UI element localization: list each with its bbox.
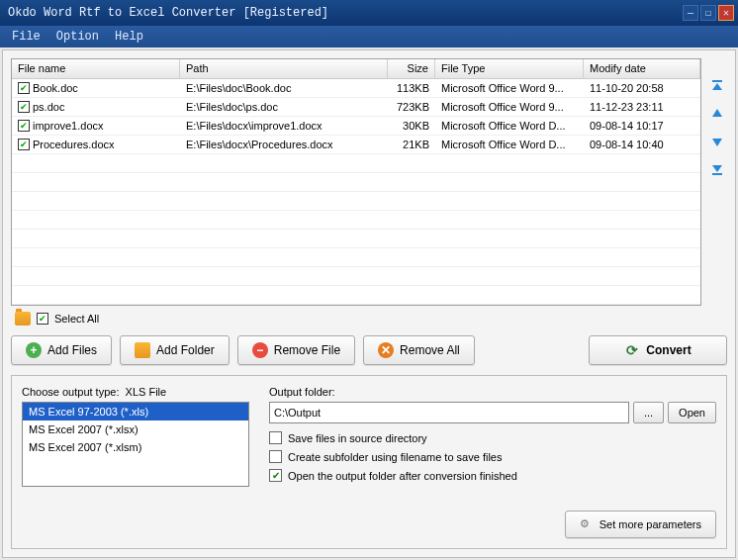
file-type: Microsoft Office Word D... [435, 118, 584, 134]
row-checkbox[interactable]: ✔ [18, 101, 30, 113]
col-header-name[interactable]: File name [12, 59, 180, 78]
reorder-arrows [707, 58, 727, 306]
row-checkbox[interactable]: ✔ [18, 82, 30, 94]
svg-marker-3 [712, 139, 722, 146]
select-all-row: ✔ Select All [11, 306, 727, 331]
file-table: File name Path Size File Type Modify dat… [11, 58, 701, 306]
add-files-button[interactable]: +Add Files [11, 335, 112, 365]
row-checkbox[interactable]: ✔ [18, 120, 30, 132]
file-size: 113KB [388, 80, 435, 96]
table-row[interactable]: ✔improve1.docxE:\Files\docx\improve1.doc… [12, 117, 700, 136]
open-folder-button[interactable]: Open [668, 402, 716, 423]
output-options-panel: Output folder: ... Open Save files in so… [269, 386, 716, 538]
table-row [12, 286, 700, 305]
maximize-button[interactable]: ☐ [700, 5, 716, 21]
file-type: Microsoft Office Word 9... [435, 99, 584, 115]
file-name: ps.doc [33, 101, 64, 113]
move-up-button[interactable] [709, 106, 725, 122]
table-row[interactable]: ✔ps.docE:\Files\doc\ps.doc723KBMicrosoft… [12, 98, 700, 117]
file-size: 21KB [388, 137, 435, 152]
bottom-panel: Choose output type: XLS File MS Excel 97… [11, 375, 727, 549]
file-date: 11-10-20 20:58 [584, 80, 700, 96]
table-row[interactable]: ✔Book.docE:\Files\doc\Book.doc113KBMicro… [12, 79, 700, 98]
file-size: 30KB [388, 118, 435, 134]
file-path: E:\Files\docx\improve1.docx [180, 118, 388, 134]
table-body: ✔Book.docE:\Files\doc\Book.doc113KBMicro… [12, 79, 700, 306]
svg-rect-5 [712, 173, 722, 175]
minimize-button[interactable]: — [683, 5, 698, 21]
output-folder-label: Output folder: [269, 386, 716, 398]
table-row [12, 267, 700, 286]
file-name: Book.doc [33, 82, 78, 94]
save-in-source-label: Save files in source directory [288, 432, 427, 444]
file-name: improve1.docx [33, 120, 104, 132]
close-button[interactable]: ✕ [718, 5, 734, 21]
file-path: E:\Files\docx\Procedures.docx [180, 137, 388, 152]
table-row [12, 154, 700, 173]
select-all-label: Select All [54, 313, 99, 325]
svg-rect-0 [712, 80, 722, 82]
table-row [12, 211, 700, 230]
table-row[interactable]: ✔Procedures.docxE:\Files\docx\Procedures… [12, 136, 700, 154]
output-type-label: Choose output type: XLS File [22, 386, 249, 398]
window-title: Okdo Word Rtf to Excel Converter [Regist… [8, 6, 683, 20]
row-checkbox[interactable]: ✔ [18, 139, 30, 150]
titlebar: Okdo Word Rtf to Excel Converter [Regist… [0, 0, 738, 26]
table-row [12, 192, 700, 211]
output-type-panel: Choose output type: XLS File MS Excel 97… [22, 386, 249, 538]
select-all-checkbox[interactable]: ✔ [37, 313, 48, 325]
folder-up-icon[interactable] [15, 312, 31, 326]
remove-all-button[interactable]: ✕Remove All [363, 335, 475, 365]
folder-icon [135, 342, 150, 358]
output-type-option[interactable]: MS Excel 97-2003 (*.xls) [23, 403, 248, 420]
save-in-source-checkbox[interactable] [269, 431, 282, 444]
save-in-source-row[interactable]: Save files in source directory [269, 431, 716, 444]
open-after-checkbox[interactable]: ✔ [269, 469, 282, 482]
svg-marker-4 [712, 165, 722, 172]
file-type: Microsoft Office Word D... [435, 137, 584, 152]
open-after-row[interactable]: ✔ Open the output folder after conversio… [269, 469, 716, 482]
move-down-button[interactable] [709, 134, 725, 149]
file-path: E:\Files\doc\ps.doc [180, 99, 388, 115]
output-type-listbox[interactable]: MS Excel 97-2003 (*.xls)MS Excel 2007 (*… [22, 402, 249, 487]
action-bar: +Add Files Add Folder −Remove File ✕Remo… [11, 331, 727, 375]
output-folder-row: ... Open [269, 402, 716, 423]
file-date: 11-12-23 23:11 [584, 99, 700, 115]
window-controls: — ☐ ✕ [683, 5, 734, 21]
add-folder-button[interactable]: Add Folder [120, 335, 230, 365]
file-list-wrap: File name Path Size File Type Modify dat… [11, 58, 727, 306]
x-icon: ✕ [378, 342, 394, 358]
menu-option[interactable]: Option [50, 28, 105, 46]
file-name: Procedures.docx [33, 139, 115, 150]
move-bottom-button[interactable] [709, 161, 725, 177]
col-header-path[interactable]: Path [180, 59, 388, 78]
open-after-label: Open the output folder after conversion … [288, 470, 517, 482]
menu-help[interactable]: Help [109, 28, 149, 46]
minus-icon: − [252, 342, 268, 358]
create-subfolder-label: Create subfolder using filename to save … [288, 451, 502, 463]
col-header-date[interactable]: Modify date [584, 59, 700, 78]
browse-button[interactable]: ... [633, 402, 664, 423]
table-row [12, 230, 700, 248]
file-date: 09-08-14 10:40 [584, 137, 700, 152]
move-top-button[interactable] [709, 78, 725, 94]
create-subfolder-row[interactable]: Create subfolder using filename to save … [269, 450, 716, 463]
convert-button[interactable]: ⟳Convert [589, 335, 727, 365]
convert-icon: ⟳ [624, 342, 640, 358]
set-more-parameters-button[interactable]: ⚙Set more parameters [565, 511, 716, 538]
output-type-option[interactable]: MS Excel 2007 (*.xlsx) [23, 420, 248, 438]
table-row [12, 248, 700, 267]
remove-file-button[interactable]: −Remove File [237, 335, 355, 365]
output-type-option[interactable]: MS Excel 2007 (*.xlsm) [23, 438, 248, 456]
svg-marker-1 [712, 83, 722, 90]
output-folder-input[interactable] [269, 402, 629, 423]
file-size: 723KB [388, 99, 435, 115]
create-subfolder-checkbox[interactable] [269, 450, 282, 463]
col-header-size[interactable]: Size [388, 59, 435, 78]
svg-marker-2 [712, 109, 722, 117]
menu-file[interactable]: File [6, 28, 46, 46]
table-row [12, 173, 700, 192]
col-header-type[interactable]: File Type [435, 59, 584, 78]
gear-icon: ⚙ [580, 517, 594, 531]
table-header: File name Path Size File Type Modify dat… [12, 59, 700, 79]
